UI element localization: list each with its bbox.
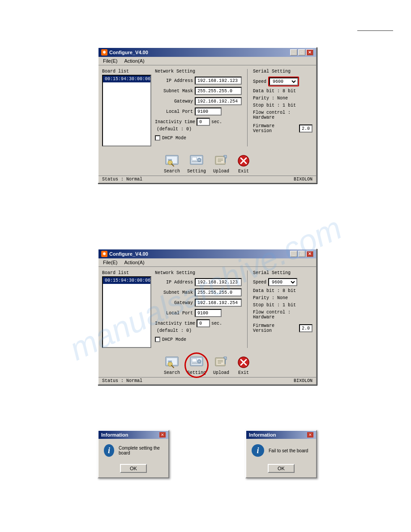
status-left-2: Status : Normal — [102, 378, 142, 383]
dialog-failure-ok[interactable]: OK — [268, 464, 295, 473]
menu-file-1[interactable]: File(E) — [100, 58, 120, 64]
search-button-2[interactable]: Search — [164, 355, 180, 375]
minimize-button-2[interactable]: _ — [290, 251, 297, 257]
close-button-1[interactable]: ✕ — [306, 49, 313, 56]
info-icon-success: i — [104, 444, 114, 457]
svg-point-35 — [197, 360, 201, 363]
board-list-box-2[interactable]: 00:15:94:30:00:06 — [102, 276, 151, 348]
subnet-input-1[interactable] — [195, 87, 242, 95]
svg-rect-32 — [191, 358, 202, 365]
window-title-1: Configure_V4.00 — [109, 50, 148, 55]
board-list-panel-1: Board list 00:15:94:30:00:06 — [102, 69, 151, 146]
title-controls-1: _ □ ✕ — [290, 49, 313, 56]
databit-row-1: Data bit : 8 bit — [253, 89, 313, 94]
exit-icon-1 — [236, 154, 251, 168]
svg-rect-8 — [192, 157, 197, 160]
title-controls-2: _ □ ✕ — [290, 251, 313, 257]
inactivity-input-1[interactable] — [197, 118, 210, 126]
search-label-1: Search — [164, 169, 180, 174]
inactivity-default-1: (default : 0) — [157, 127, 242, 132]
exit-button-1[interactable]: Exit — [236, 154, 251, 174]
board-list-item-2[interactable]: 00:15:94:30:00:06 — [103, 277, 150, 284]
search-button-1[interactable]: Search — [164, 154, 180, 174]
inactivity-unit-1: sec. — [211, 120, 222, 124]
firmware-label-1: Firmware Version — [253, 124, 295, 133]
window-body-2: Board list 00:15:94:30:00:06 Network Set… — [98, 267, 316, 352]
subnet-label-2: Subnet Mask — [155, 290, 193, 295]
upload-label-2: Upload — [213, 370, 229, 375]
gateway-label-1: Gateway — [155, 99, 193, 104]
top-line — [357, 30, 393, 31]
dialog-success-close[interactable]: ✕ — [159, 432, 166, 438]
settings-area-2: Network Setting IP Address Subnet Mask G… — [155, 270, 313, 348]
menu-bar-1: File(E) Action(A) — [98, 57, 316, 65]
localport-input-1[interactable] — [195, 107, 222, 116]
maximize-button-1[interactable]: □ — [298, 49, 305, 56]
upload-button-1[interactable]: Upload — [213, 154, 229, 174]
menu-action-2[interactable]: Action(A) — [121, 259, 147, 266]
dialog-success-ok[interactable]: OK — [120, 464, 147, 473]
inactivity-unit-2: sec. — [211, 321, 222, 326]
dialog-failure-close[interactable]: ✕ — [307, 432, 313, 438]
serial-setting-1: Serial Setting Speed 9600 19200 38400 57… — [253, 69, 313, 146]
maximize-button-2[interactable]: □ — [298, 251, 305, 257]
localport-row-1: Local Port — [155, 107, 242, 116]
dhcp-checkbox-1[interactable] — [155, 135, 160, 141]
localport-label-1: Local Port — [155, 109, 193, 114]
toolbar-2: Search Setting — [98, 352, 316, 377]
exit-label-2: Exit — [238, 370, 249, 375]
speed-label-2: Speed — [253, 280, 266, 285]
gateway-input-2[interactable] — [195, 299, 242, 307]
window-title-2: Configure_V4.00 — [109, 251, 148, 257]
parity-row-2: Parity : None — [253, 296, 313, 300]
inactivity-input-2[interactable] — [197, 319, 210, 327]
speed-select-2[interactable]: 9600 19200 38400 — [268, 278, 297, 286]
exit-button-2[interactable]: Exit — [236, 355, 251, 375]
setting-button-2[interactable]: Setting — [187, 355, 206, 375]
subnet-input-2[interactable] — [195, 288, 242, 296]
svg-rect-34 — [192, 363, 201, 364]
inactivity-label-2: Inactivity time — [155, 321, 195, 326]
speed-select-1[interactable]: 9600 19200 38400 57600 115200 — [269, 77, 298, 86]
status-right-2: BIXOLON — [294, 378, 313, 383]
speed-row-2: Speed 9600 19200 38400 — [253, 278, 313, 286]
dhcp-checkbox-2[interactable] — [155, 337, 160, 342]
status-left-1: Status : Normal — [102, 177, 142, 182]
gateway-row-1: Gateway — [155, 97, 242, 105]
setting-label-2: Setting — [187, 370, 206, 375]
close-button-2[interactable]: ✕ — [306, 251, 313, 257]
exit-icon-2 — [236, 355, 251, 369]
upload-icon-1 — [214, 154, 228, 168]
menu-action-1[interactable]: Action(A) — [121, 58, 147, 64]
board-list-item-1[interactable]: 00:15:94:30:00:06 — [103, 76, 150, 82]
title-bar-1: ✱ Configure_V4.00 _ □ ✕ — [98, 48, 316, 57]
setting-label-1: Setting — [187, 169, 206, 174]
localport-input-2[interactable] — [195, 309, 222, 317]
speed-row-1: Speed 9600 19200 38400 57600 115200 — [253, 77, 313, 86]
dhcp-row-2: DHCP Mode — [155, 337, 242, 342]
upload-button-2[interactable]: Upload — [213, 355, 229, 375]
board-list-box-1[interactable]: 00:15:94:30:00:06 — [102, 75, 151, 146]
ip-row-2: IP Address — [155, 278, 242, 286]
ip-row-1: IP Address — [155, 77, 242, 85]
minimize-button-1[interactable]: _ — [290, 49, 297, 56]
stopbit-text-2: Stop bit : 1 bit — [253, 303, 296, 308]
window-1: ✱ Configure_V4.00 _ □ ✕ File(E) Action(A… — [98, 47, 317, 184]
firmware-input-1 — [299, 124, 313, 133]
gateway-row-2: Gateway — [155, 299, 242, 307]
dialog-success-title: Information ✕ — [98, 431, 168, 439]
ip-input-2[interactable] — [195, 278, 242, 286]
menu-file-2[interactable]: File(E) — [100, 259, 120, 266]
firmware-row-1: Firmware Version — [253, 124, 313, 133]
gateway-input-1[interactable] — [195, 97, 242, 105]
setting-button-1[interactable]: Setting — [187, 154, 206, 174]
subnet-row-1: Subnet Mask — [155, 87, 242, 95]
ip-input-1[interactable] — [195, 77, 242, 85]
divider-2 — [247, 270, 248, 348]
databit-row-2: Data bit : 8 bit — [253, 288, 313, 293]
network-title-1: Network Setting — [155, 69, 242, 74]
flowcontrol-row-1: Flow control : Hardware — [253, 110, 313, 120]
serial-title-2: Serial Setting — [253, 270, 313, 275]
network-title-2: Network Setting — [155, 270, 242, 275]
firmware-label-2: Firmware Version — [253, 323, 295, 333]
